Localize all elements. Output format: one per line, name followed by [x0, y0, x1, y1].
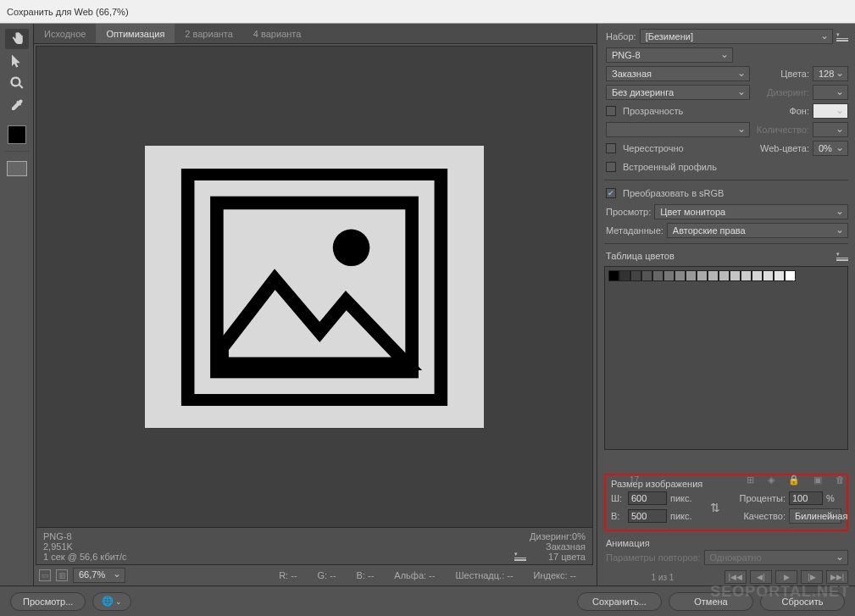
colortable-count: 17: [630, 475, 639, 485]
cancel-button[interactable]: Отмена: [669, 592, 753, 611]
websnap-label: Web-цвета:: [760, 143, 809, 153]
metadata-select[interactable]: Авторские права: [667, 223, 848, 238]
srgb-label: Преобразовать в sRGB: [623, 188, 724, 198]
animation-label: Анимация: [606, 538, 848, 548]
play-button[interactable]: ▶: [775, 570, 797, 584]
tab-2up[interactable]: 2 варианта: [175, 24, 243, 43]
matte-select[interactable]: [813, 103, 848, 119]
image-icon: [180, 169, 449, 406]
foreground-swatch[interactable]: [8, 125, 26, 144]
next-frame-button[interactable]: |▶: [801, 570, 823, 584]
last-frame-button[interactable]: ▶▶|: [826, 570, 848, 584]
preset-menu-icon[interactable]: [836, 31, 848, 42]
srgb-checkbox[interactable]: ✔: [606, 188, 616, 198]
color-table[interactable]: ◇: [604, 266, 848, 450]
percent-input[interactable]: [789, 491, 823, 505]
info-format: PNG-8: [43, 531, 511, 541]
eyedropper-tool[interactable]: [5, 95, 29, 115]
view-tabs: Исходное Оптимизация 2 варианта 4 вариан…: [34, 24, 597, 44]
layout-icon-1[interactable]: ▭: [39, 569, 51, 581]
preset-select[interactable]: [Безимени]: [640, 29, 833, 44]
colortable-label: Таблица цветов: [606, 251, 675, 261]
format-select[interactable]: PNG-8: [606, 47, 733, 63]
right-panel: Набор: [Безимени] PNG-8 Заказная Цвета: …: [597, 24, 855, 585]
transparency-dither-select: [606, 122, 750, 137]
height-unit: пикс.: [670, 511, 704, 521]
amount-select: [813, 122, 848, 137]
browser-preview-button[interactable]: 🌐⌄: [92, 592, 131, 611]
titlebar: Сохранить для Web (66,7%): [0, 0, 855, 24]
save-button[interactable]: Сохранить...: [577, 592, 662, 611]
prev-frame-button[interactable]: ◀|: [750, 570, 772, 584]
embed-profile-label: Встроенный профиль: [623, 162, 717, 172]
info-dither: Дизеринг:0%: [530, 531, 586, 541]
info-strip: PNG-8 2,951K 1 сек @ 56,6 кбит/с Дизерин…: [36, 528, 593, 565]
done-button[interactable]: Сбросить: [760, 592, 845, 611]
percent-unit: %: [826, 493, 841, 503]
window-title: Сохранить для Web (66,7%): [7, 7, 129, 17]
ct-icon-3[interactable]: 🔒: [788, 474, 800, 486]
info-b: B: --: [357, 570, 375, 580]
height-input[interactable]: [628, 509, 667, 523]
info-r: R: --: [279, 570, 297, 580]
first-frame-button[interactable]: |◀◀: [725, 570, 747, 584]
reduction-select[interactable]: Заказная: [606, 66, 750, 81]
dither-type-select[interactable]: Без дизеринга: [606, 85, 750, 100]
left-toolbar: [0, 24, 34, 585]
loop-select: Однократно: [704, 550, 848, 565]
preview-select[interactable]: Цвет монитора: [654, 204, 848, 219]
websnap-select[interactable]: 0%: [813, 141, 848, 156]
width-input[interactable]: [628, 491, 667, 505]
colors-label: Цвета:: [780, 69, 809, 79]
dither-amount-select: [813, 85, 848, 100]
transparency-checkbox[interactable]: [606, 106, 616, 116]
zoom-tool[interactable]: [5, 73, 29, 93]
colortable-menu-icon[interactable]: [836, 251, 848, 261]
info-menu-icon[interactable]: [514, 551, 526, 561]
matte-label: Фон:: [789, 106, 809, 116]
tab-optimized[interactable]: Оптимизация: [96, 24, 175, 43]
percent-label: Проценты:: [726, 493, 786, 503]
move-tool[interactable]: [5, 51, 29, 71]
zoom-select[interactable]: 66,7%: [73, 568, 125, 583]
dither-label: Дизеринг:: [767, 87, 809, 97]
globe-icon: 🌐: [102, 596, 114, 607]
layout-icon-2[interactable]: ▥: [56, 569, 68, 581]
preset-label: Набор:: [606, 31, 636, 42]
width-unit: пикс.: [670, 493, 704, 503]
ct-icon-2[interactable]: ◈: [768, 474, 774, 486]
info-palette: Заказная: [530, 541, 586, 552]
preview-label: Просмотр:: [606, 207, 651, 217]
frame-indicator: 1 из 1: [604, 573, 721, 582]
hand-tool[interactable]: [5, 29, 29, 49]
ct-icon-5[interactable]: 🗑: [836, 474, 845, 485]
loop-label: Параметры повторов:: [606, 552, 701, 563]
artboard: [145, 146, 484, 428]
preview-swatch-tool[interactable]: [5, 158, 29, 179]
tab-original[interactable]: Исходное: [34, 24, 96, 43]
quality-select[interactable]: Билинейная: [789, 508, 841, 524]
embed-profile-checkbox[interactable]: [606, 162, 616, 172]
canvas[interactable]: [36, 46, 593, 528]
info-speed: 1 сек @ 56,6 кбит/с: [43, 552, 511, 562]
footer: Просмотр... 🌐⌄ Сохранить... Отмена Сброс…: [0, 585, 855, 616]
info-alpha: Альфа: --: [394, 570, 435, 580]
width-label: Ш:: [611, 493, 625, 503]
link-icon[interactable]: ⇅: [708, 501, 723, 514]
interlaced-checkbox[interactable]: [606, 143, 616, 153]
quality-label: Качество:: [726, 511, 786, 521]
info-g: G: --: [318, 570, 336, 580]
tab-4up[interactable]: 4 варианта: [243, 24, 312, 43]
preview-button[interactable]: Просмотр...: [10, 592, 86, 611]
colors-select[interactable]: 128: [813, 66, 848, 81]
info-size: 2,951K: [43, 541, 511, 552]
info-index: Индекс: --: [534, 570, 576, 580]
ct-icon-1[interactable]: ⊞: [747, 474, 754, 486]
transparency-label: Прозрачность: [623, 106, 683, 116]
info-colorcount: 17 цвета: [530, 552, 586, 562]
amount-label: Количество:: [757, 125, 809, 135]
info-hex: Шестнадц.: --: [455, 570, 513, 580]
metadata-label: Метаданные:: [606, 225, 663, 236]
bottom-info-row: ▭ ▥ 66,7% R: -- G: -- B: -- Альфа: -- Ше…: [34, 565, 597, 585]
ct-icon-4[interactable]: ▣: [813, 474, 822, 486]
